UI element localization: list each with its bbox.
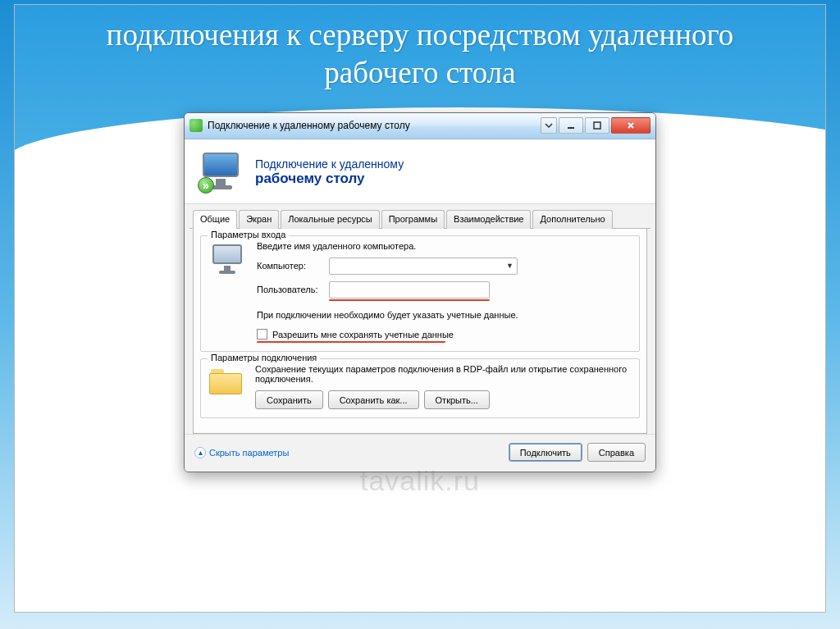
save-button[interactable]: Сохранить [255,390,323,409]
tab-panel-general: Параметры входа Введите имя удаленного к… [193,229,647,435]
chevron-down-icon: ▼ [506,262,514,270]
maximize-icon [593,121,601,130]
dialog-header: » Подключение к удаленному рабочему стол… [185,139,655,204]
save-as-button[interactable]: Сохранить как... [328,390,419,409]
tab-advanced[interactable]: Дополнительно [532,210,612,229]
remote-desktop-icon: » [199,153,244,192]
tab-experience[interactable]: Взаимодействие [446,210,531,229]
annotation-underline-user [329,299,490,301]
login-instruction: Введите имя удаленного компьютера. [257,241,631,251]
window-controls [541,117,651,134]
maximize-button[interactable] [585,117,609,134]
user-label: Пользователь: [257,285,326,294]
header-line2: рабочему столу [255,171,404,187]
folder-icon [209,367,245,397]
app-icon [189,119,203,132]
window-title: Подключение к удаленному рабочему столу [208,120,536,131]
save-credentials-label: Разрешить мне сохранять учетные данные [272,330,454,340]
titlebar-dropdown-button[interactable] [541,117,557,134]
connection-group: Параметры подключения Сохранение текущих… [200,358,640,418]
connection-text: Сохранение текущих параметров подключени… [255,364,631,384]
connection-group-title: Параметры подключения [208,353,320,362]
header-line1: Подключение к удаленному [255,157,404,171]
user-field[interactable] [329,281,490,299]
credentials-note: При подключении необходимо будет указать… [257,309,631,321]
login-group-title: Параметры входа [208,230,289,239]
titlebar[interactable]: Подключение к удаленному рабочему столу [185,113,655,139]
tab-local-resources[interactable]: Локальные ресурсы [281,210,379,229]
tab-display[interactable]: Экран [239,210,279,229]
connect-button[interactable]: Подключить [509,443,582,462]
computer-combobox[interactable]: ▼ [329,258,518,275]
save-credentials-checkbox[interactable] [257,329,267,340]
hide-parameters-link[interactable]: ▴ Скрыть параметры [194,447,289,458]
close-button[interactable] [611,117,651,134]
annotation-underline-checkbox [257,341,445,343]
computer-label: Компьютер: [257,261,326,271]
hide-parameters-label: Скрыть параметры [209,448,289,458]
rdp-window: Подключение к удаленному рабочему столу [184,112,656,473]
open-button[interactable]: Открыть... [424,390,490,409]
svg-rect-1 [594,122,600,129]
minimize-icon [567,121,575,130]
svg-rect-0 [568,127,574,129]
slide: подключения к серверу посредством удален… [14,4,826,613]
chevron-down-icon [545,121,553,130]
dialog-footer: ▴ Скрыть параметры Подключить Справка [185,434,655,472]
computer-icon [209,244,247,279]
chevron-up-icon: ▴ [194,447,206,458]
tabs-bar: Общие Экран Локальные ресурсы Программы … [189,209,651,229]
tab-programs[interactable]: Программы [381,210,445,229]
close-icon [627,121,635,130]
minimize-button[interactable] [559,117,583,134]
tab-general[interactable]: Общие [193,210,237,229]
connect-badge-icon: » [198,177,214,194]
slide-title: подключения к серверу посредством удален… [48,16,792,93]
help-button[interactable]: Справка [587,443,646,462]
login-group: Параметры входа Введите имя удаленного к… [200,235,640,353]
